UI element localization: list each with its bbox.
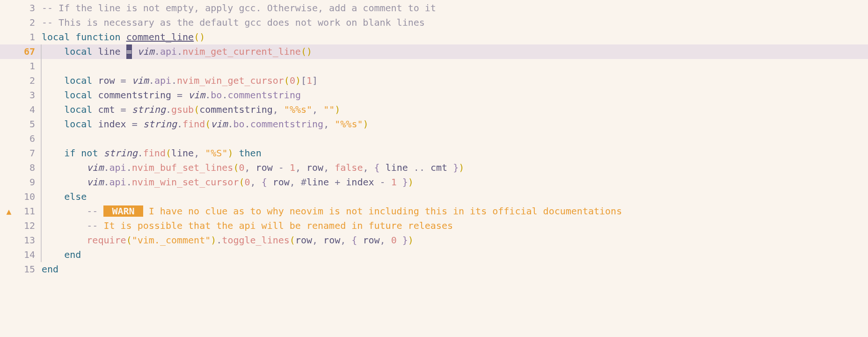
- token: ,: [273, 104, 278, 115]
- token: .: [216, 234, 222, 246]
- token: vim: [138, 46, 154, 57]
- token: (: [290, 234, 295, 246]
- code-content[interactable]: -- It is possible that the api will be r…: [42, 219, 453, 233]
- code-line[interactable]: 13 require("vim._comment").toggle_lines(…: [0, 233, 868, 248]
- token: ,: [363, 162, 368, 173]
- code-content[interactable]: -- WARN I have no clue as to why neovim …: [42, 204, 622, 219]
- token: ,: [312, 234, 318, 246]
- code-content[interactable]: local index = string.find(vim.bo.comment…: [42, 117, 369, 132]
- code-line[interactable]: 15end: [0, 262, 868, 277]
- token: =: [121, 75, 126, 86]
- token: function: [75, 31, 120, 43]
- code-content[interactable]: else: [42, 190, 87, 204]
- code-content[interactable]: -- This is necessary as the default gcc …: [42, 15, 425, 30]
- token: line: [98, 46, 120, 57]
- token: [397, 234, 402, 246]
- token: (: [233, 162, 239, 173]
- code-content[interactable]: local row = vim.api.nvim_win_get_cursor(…: [42, 73, 318, 88]
- code-content[interactable]: local function comment_line(): [42, 30, 205, 44]
- line-number-relative: 1: [15, 59, 35, 73]
- code-line[interactable]: 9 vim.api.nvim_win_set_cursor(0, { row, …: [0, 175, 868, 190]
- code-line[interactable]: 1: [0, 59, 868, 73]
- token: vim: [87, 162, 103, 173]
- token: row: [295, 234, 312, 246]
- code-content[interactable]: local line = vim.api.nvim_get_current_li…: [42, 44, 312, 59]
- token: toggle_lines: [222, 234, 290, 246]
- token: .: [138, 147, 143, 159]
- token: ): [459, 162, 464, 173]
- line-number-relative: 1: [15, 30, 35, 44]
- code-content[interactable]: if not string.find(line, "%S") then: [42, 146, 262, 161]
- token: .: [177, 46, 182, 57]
- token: {: [351, 234, 357, 246]
- token: ,: [245, 162, 250, 173]
- code-line[interactable]: 1local function comment_line(): [0, 30, 868, 44]
- token: (: [194, 104, 199, 115]
- code-line[interactable]: 67 local line = vim.api.nvim_get_current…: [0, 44, 868, 59]
- token: row: [98, 75, 115, 86]
- token: "vim._comment": [132, 234, 211, 246]
- code-line[interactable]: 3-- If the line is not empty, apply gcc.…: [0, 1, 868, 15]
- token: gsub: [171, 104, 194, 115]
- token: find: [143, 147, 166, 159]
- token: #: [301, 176, 306, 188]
- code-line[interactable]: 5 local index = string.find(vim.bo.comme…: [0, 117, 868, 132]
- code-line[interactable]: 3 local commentstring = vim.bo.commentst…: [0, 88, 868, 103]
- line-number-relative: 3: [15, 1, 35, 15]
- token: [70, 31, 75, 43]
- code-line[interactable]: 7 if not string.find(line, "%S") then: [0, 146, 868, 161]
- code-line[interactable]: 8 vim.api.nvim_buf_set_lines(0, row - 1,…: [0, 161, 868, 175]
- line-number-relative: 15: [15, 262, 35, 277]
- token: ]: [312, 75, 318, 86]
- token: 0: [245, 176, 250, 188]
- code-content[interactable]: require("vim._comment").toggle_lines(row…: [42, 233, 414, 248]
- code-line[interactable]: 14 end: [0, 248, 868, 262]
- token: find: [182, 118, 205, 130]
- code-content[interactable]: end: [42, 262, 58, 277]
- token: ): [227, 147, 233, 159]
- token: [273, 162, 278, 173]
- token: ,: [290, 176, 295, 188]
- code-content[interactable]: local cmt = string.gsub(commentstring, "…: [42, 103, 340, 117]
- token: ): [408, 176, 414, 188]
- token: cmt: [98, 104, 115, 115]
- token: =: [177, 89, 182, 101]
- token: [386, 234, 391, 246]
- token: [397, 176, 402, 188]
- token: (): [194, 31, 205, 43]
- token: {: [262, 176, 267, 188]
- token: local: [64, 46, 92, 57]
- token: (: [166, 147, 171, 159]
- token: [115, 104, 121, 115]
- token: --: [87, 205, 103, 217]
- token: .: [126, 162, 132, 173]
- token: vim: [87, 176, 103, 188]
- token: ,: [295, 162, 301, 173]
- code-content[interactable]: vim.api.nvim_buf_set_lines(0, row - 1, r…: [42, 161, 464, 175]
- token: [171, 89, 177, 101]
- code-line[interactable]: 2-- This is necessary as the default gcc…: [0, 15, 868, 30]
- code-line[interactable]: 10 else: [0, 190, 868, 204]
- token: index: [98, 118, 126, 130]
- token: string: [143, 118, 177, 130]
- token: index: [346, 176, 374, 188]
- token: 0: [239, 162, 244, 173]
- code-line[interactable]: 6: [0, 132, 868, 146]
- code-line[interactable]: 2 local row = vim.api.nvim_win_get_curso…: [0, 73, 868, 88]
- token: I have no clue as to why neovim is not i…: [143, 205, 622, 217]
- code-content[interactable]: vim.api.nvim_win_set_cursor(0, { row, #l…: [42, 175, 414, 190]
- token: row: [323, 234, 340, 246]
- token: (: [239, 176, 244, 188]
- code-content[interactable]: -- If the line is not empty, apply gcc. …: [42, 1, 436, 15]
- token: [318, 104, 323, 115]
- warning-sign-icon: ▲: [2, 205, 15, 218]
- code-line[interactable]: 4 local cmt = string.gsub(commentstring,…: [0, 103, 868, 117]
- code-editor[interactable]: 3-- If the line is not empty, apply gcc.…: [0, 0, 868, 277]
- token: [295, 176, 301, 188]
- code-line[interactable]: ▲11 -- WARN I have no clue as to why neo…: [0, 204, 868, 219]
- token: .: [222, 89, 227, 101]
- code-content[interactable]: local commentstring = vim.bo.commentstri…: [42, 88, 301, 103]
- code-content[interactable]: end: [42, 248, 81, 262]
- token: string: [132, 104, 166, 115]
- code-line[interactable]: 12 -- It is possible that the api will b…: [0, 219, 868, 233]
